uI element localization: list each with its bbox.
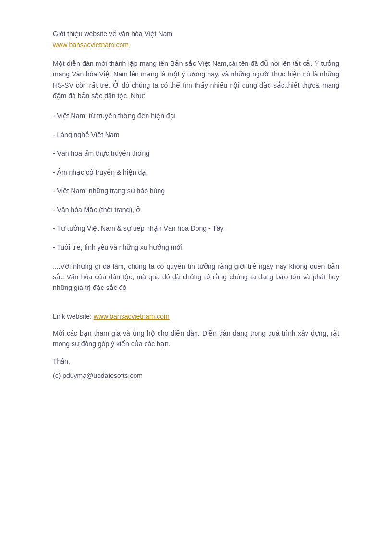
link-label: Link website:: [53, 313, 94, 320]
list-item-3: - Văn hóa ẩm thực truyền thống: [53, 149, 339, 159]
intro-link[interactable]: www.bansacvietnam.com: [53, 41, 129, 49]
list-section: - Việt Nam: từ truyền thống đến hiện đại…: [53, 111, 339, 252]
main-paragraph: Một diễn đàn mới thành lập mang tên Bản …: [53, 58, 339, 101]
conclusion-text: ....Với những gì đã làm, chúng ta có quy…: [53, 261, 339, 293]
list-item-4: - Âm nhạc cổ truyền & hiện đại: [53, 167, 339, 177]
list-item-2: - Làng nghề Việt Nam: [53, 130, 339, 140]
list-item-1: - Việt Nam: từ truyền thống đến hiện đại: [53, 111, 339, 121]
website-link[interactable]: www.bansacvietnam.com: [94, 313, 170, 320]
list-item-5: - Việt Nam: những trang sử hào hùng: [53, 186, 339, 196]
list-item-8: - Tuổi trẻ, tình yêu và những xu hướng m…: [53, 242, 339, 252]
intro-title: Giới thiệu website về văn hóa Việt Nam: [53, 29, 339, 39]
closing-text: Thân.: [53, 357, 339, 365]
copyright-text: (c) pduyma@updatesofts.com: [53, 372, 339, 379]
link-section: Link website: www.bansacvietnam.com: [53, 313, 339, 320]
list-item-7: - Tư tưởng Việt Nam & sự tiếp nhận Văn h…: [53, 224, 339, 234]
invitation-text: Mời các bạn tham gia và ủng hộ cho diễn …: [53, 328, 339, 350]
list-item-6: - Văn hóa Mặc (thời trang), ở: [53, 205, 339, 215]
